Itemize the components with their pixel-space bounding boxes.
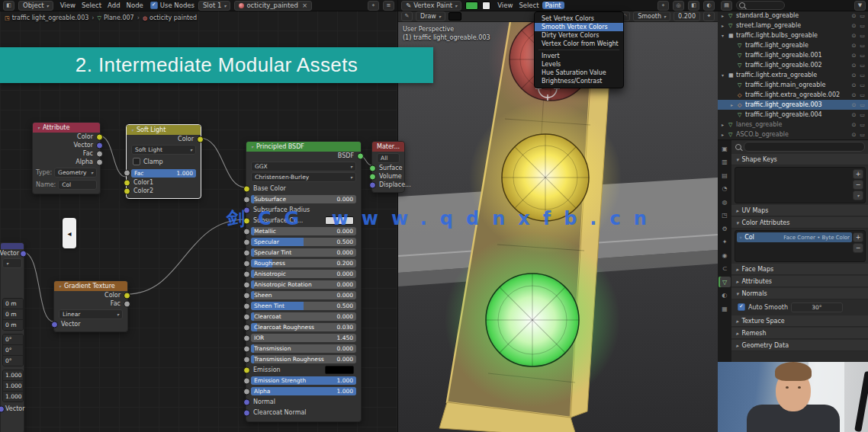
properties-tab[interactable]: ◍ (719, 197, 731, 207)
node-input-row[interactable]: Clearcoat Roughness0.030 (246, 322, 361, 333)
disable-render-icon[interactable] (858, 122, 866, 128)
material-selector[interactable]: octicity_painted × (234, 1, 312, 11)
outliner-row[interactable]: ◇ traffic.light.extra_ogreable.002 (718, 90, 868, 100)
disable-render-icon[interactable] (858, 72, 866, 78)
socket-icon[interactable] (243, 377, 250, 384)
socket-icon[interactable] (243, 281, 250, 288)
socket-icon[interactable] (243, 185, 250, 192)
outliner-row[interactable]: ▸ ▽ lanes_ogreable (718, 120, 868, 130)
node-header[interactable]: Soft Light (127, 125, 201, 135)
socket-icon[interactable] (243, 345, 250, 352)
node-attribute[interactable]: Attribute Color Vector Fac (32, 122, 101, 194)
falloff-dropdown[interactable]: Smooth (633, 11, 670, 21)
hide-viewport-icon[interactable] (850, 122, 858, 128)
brush-color-swatch[interactable] (465, 2, 478, 10)
socket-icon[interactable] (369, 173, 376, 180)
properties-tab[interactable]: ✦ (719, 237, 731, 248)
expand-icon[interactable]: ▾ (722, 72, 728, 78)
outliner-row[interactable]: ▾ ▦ traffic.light.extra_ogreable (718, 70, 868, 80)
object-name[interactable]: traffic.light_ogreable.002 (745, 62, 850, 69)
disable-render-icon[interactable] (858, 43, 866, 49)
location-y[interactable]: 0 m (3, 309, 23, 320)
brush-settings-icon[interactable]: ✦ (703, 11, 715, 21)
menu-item[interactable]: Paint (542, 2, 564, 9)
color-attribute-row[interactable]: ◦ Col Face Corner • Byte Color (737, 232, 852, 242)
disable-render-icon[interactable] (858, 53, 866, 59)
outliner-row[interactable]: ▽ traffic.light.main_ogreable (718, 80, 868, 90)
properties-tab[interactable]: ◐ (719, 290, 731, 301)
node-mapping-fragment[interactable]: Vector 0 m 0 m 0 m 0° 0° 0° 1.000 1.000 … (0, 242, 24, 432)
overlays-icon[interactable]: ◧ (688, 1, 699, 11)
object-name[interactable]: traffic.light.main_ogreable (745, 82, 850, 88)
node-header[interactable]: Mater... (372, 142, 404, 152)
panel-normals[interactable]: Normals (731, 288, 868, 299)
object-name[interactable]: traffic.light.bulbs_ogreable (736, 32, 850, 39)
node-input-row[interactable]: Subsurface Co... (246, 216, 361, 226)
outliner-search-input[interactable] (736, 1, 785, 10)
menu-item[interactable]: Brightness/Contrast (535, 77, 623, 85)
outliner-row[interactable]: ▸ ▽ standard.b_ogreable (718, 11, 868, 21)
secondary-color-swatch[interactable] (482, 2, 490, 10)
socket-icon[interactable] (243, 398, 250, 405)
socket-icon[interactable] (243, 356, 250, 363)
distribution-dropdown[interactable]: GGX (251, 162, 356, 171)
blend-mode-dropdown[interactable]: Soft Light (131, 145, 196, 155)
expand-icon[interactable]: ▸ (722, 132, 728, 137)
socket-icon[interactable] (124, 170, 130, 177)
socket-icon[interactable] (243, 292, 250, 299)
panel-color-attributes[interactable]: Color Attributes (731, 217, 868, 229)
disable-render-icon[interactable] (858, 13, 866, 19)
socket-icon[interactable] (124, 179, 130, 186)
editor-type-icon[interactable]: ▤ (721, 1, 732, 11)
expand-icon[interactable]: ▸ (731, 102, 738, 107)
fac-slider[interactable]: Fac1.000 (127, 168, 201, 178)
panel-geometry-data[interactable]: Geometry Data (731, 340, 868, 351)
node-input-row[interactable]: Clearcoat Normal (246, 408, 361, 418)
shading-icon[interactable]: ◐ (703, 1, 715, 11)
expand-icon[interactable]: ▾ (722, 33, 728, 38)
socket-icon[interactable] (369, 165, 376, 171)
object-name[interactable]: lanes_ogreable (736, 121, 850, 128)
outliner-row[interactable]: ▽ traffic.light_ogreable.001 (718, 50, 868, 60)
hide-viewport-icon[interactable] (850, 53, 858, 59)
mapping-type-dropdown[interactable] (2, 258, 22, 268)
outliner-row[interactable]: ▸ ◇ traffic.light_ogreable.003 (718, 100, 868, 110)
socket-icon[interactable] (243, 206, 250, 213)
hide-viewport-icon[interactable] (850, 43, 858, 49)
outliner-row[interactable]: ▾ ▦ traffic.light.bulbs_ogreable (718, 30, 868, 40)
socket-icon[interactable] (243, 249, 250, 256)
socket-icon[interactable] (243, 302, 250, 309)
menu-item[interactable]: View (57, 2, 79, 9)
node-input-row[interactable]: Anisotropic Rotation0.000 (246, 280, 361, 290)
node-mix-rgb[interactable]: Soft Light Color Soft Light Clamp Fac1.0… (126, 124, 201, 199)
socket-icon[interactable] (197, 136, 204, 142)
menu-item[interactable]: Vertex Color from Weight (535, 40, 623, 48)
properties-tab[interactable]: ◉ (719, 250, 731, 261)
subsurface-method-dropdown[interactable]: Christensen-Burley (251, 172, 356, 182)
socket-icon[interactable] (243, 228, 250, 235)
hide-viewport-icon[interactable] (850, 62, 858, 69)
auto-smooth-angle-field[interactable]: 30° (791, 302, 843, 312)
auto-smooth-checkbox[interactable] (738, 303, 745, 311)
node-input-row[interactable]: Alpha1.000 (246, 386, 361, 397)
node-principled-bsdf[interactable]: Principled BSDF BSDF GGX Christensen-Bur… (246, 141, 362, 422)
shader-type-dropdown[interactable]: Object (18, 1, 53, 11)
node-input-row[interactable]: Subsurface0.000 (246, 194, 361, 205)
socket-icon[interactable] (96, 142, 103, 149)
outliner-row[interactable]: ▽ traffic.light_ogreable (718, 40, 868, 50)
proportional-edit-icon[interactable]: ◎ (673, 1, 684, 11)
node-header[interactable]: Principled BSDF (246, 142, 361, 152)
hide-viewport-icon[interactable] (850, 13, 858, 19)
disable-render-icon[interactable] (858, 23, 866, 29)
object-name[interactable]: traffic.light.extra_ogreable.002 (745, 91, 850, 98)
node-input-row[interactable]: Transmission Roughness0.000 (246, 354, 361, 365)
scale-x[interactable]: 1.000 (3, 370, 23, 381)
socket-icon[interactable] (96, 133, 103, 140)
object-name[interactable]: traffic.light_ogreable.001 (745, 52, 850, 59)
panel-remesh[interactable]: Remesh (731, 328, 868, 339)
node-input-row[interactable]: Emission Strength1.000 (246, 376, 361, 386)
scale-y[interactable]: 1.000 (3, 381, 23, 392)
brush-secondary-swatch[interactable] (448, 12, 461, 21)
node-input-row[interactable]: Sheen0.000 (246, 290, 361, 301)
panel-shape-keys[interactable]: Shape Keys (731, 154, 868, 165)
